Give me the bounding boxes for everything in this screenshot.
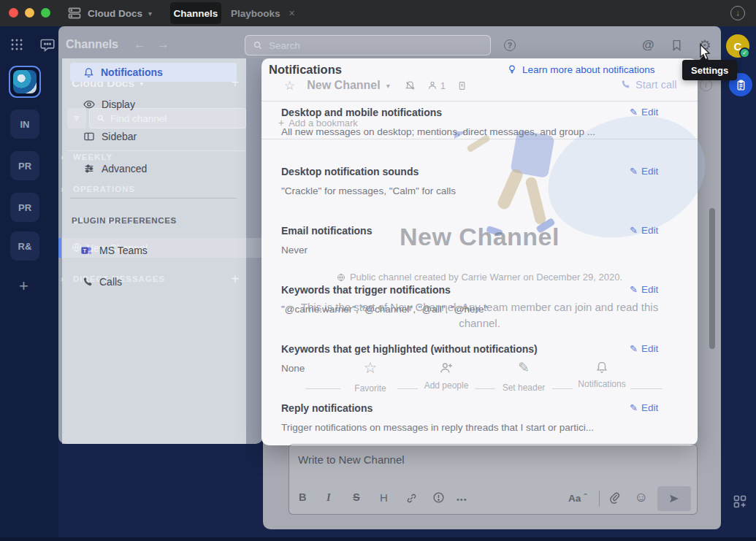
start-call-ghost: Start call [620, 79, 676, 91]
learn-more-link[interactable]: Learn more about notifications [507, 64, 655, 75]
edit-button[interactable]: ✎Edit [630, 107, 658, 118]
team-tile-active[interactable] [9, 66, 41, 98]
page-title: Channels [66, 38, 118, 51]
history-forward-button[interactable]: → [157, 37, 169, 52]
tab-playbooks[interactable]: Playbooks × [231, 2, 295, 24]
saved-posts-button[interactable] [671, 39, 683, 52]
search-box[interactable]: Search [245, 35, 491, 55]
team-initials: IN [20, 119, 30, 130]
pencil-icon: ✎ [630, 107, 638, 118]
settings-nav-item-advanced[interactable]: Advanced [70, 159, 237, 178]
setting-row-value: All new messages on desktop; mentions, d… [281, 126, 595, 137]
edit-label: Edit [641, 107, 658, 118]
sliders-icon [83, 163, 95, 174]
setting-row-value: Trigger notifications on messages in rep… [281, 422, 594, 433]
pencil-icon: ✎ [630, 225, 638, 236]
action-add-people-ghost: Add people [417, 361, 476, 391]
zoom-window-button[interactable] [41, 8, 50, 18]
edit-label: Edit [641, 166, 658, 177]
close-window-button[interactable] [9, 8, 18, 18]
settings-nav-divider [70, 198, 237, 199]
pencil-icon: ✎ [630, 343, 638, 354]
phone-icon [82, 277, 93, 288]
created-line-text: Public channel created by Carrie Warner … [350, 272, 622, 283]
setting-row-value: "@carrie.warner", "@channel", "@all", "@… [281, 304, 487, 315]
setting-row-value: None [281, 363, 305, 374]
tooltip-label: Settings [691, 65, 728, 76]
history-back-button[interactable]: ← [134, 37, 146, 52]
send-button [657, 486, 691, 511]
setting-row-value: Never [281, 245, 308, 256]
sidebar-layout-icon [83, 131, 95, 142]
app-window: Cloud Docs ▾ Channels Playbooks × ↓ Chan… [0, 0, 756, 541]
star-icon: ☆ [341, 359, 400, 377]
messages-icon[interactable] [39, 37, 56, 53]
edit-button[interactable]: ✎Edit [630, 343, 658, 354]
team-initials: PR [18, 161, 31, 172]
team-tile[interactable]: PR [10, 151, 39, 180]
server-icon [67, 6, 82, 20]
favorite-star-icon: ☆ [284, 78, 295, 93]
member-count-ghost: 1 [440, 80, 446, 91]
server-name: Cloud Docs [88, 8, 142, 19]
action-divider [552, 388, 573, 389]
server-selector[interactable]: Cloud Docs ▾ [67, 4, 152, 22]
team-tile[interactable]: IN [10, 110, 39, 139]
edit-button[interactable]: ✎Edit [630, 284, 658, 295]
edit-label: Edit [641, 402, 658, 413]
chevron-down-icon: ▾ [386, 82, 390, 90]
settings-nav-item-ms-teams[interactable]: T MS Teams [70, 241, 237, 260]
window-bottom-edge [0, 537, 756, 541]
edit-button[interactable]: ✎Edit [630, 166, 658, 177]
pencil-icon: ✎ [495, 359, 553, 376]
clipboard-icon [735, 79, 747, 91]
team-initials: PR [18, 202, 31, 213]
priority-button [432, 491, 445, 504]
close-tab-icon[interactable]: × [289, 7, 295, 19]
check-icon: ✓ [742, 50, 747, 56]
composer-placeholder: Write to New Channel [298, 453, 405, 466]
nav-item-label: Calls [99, 276, 122, 288]
setting-row-value: "Crackle" for messages, "Calm" for calls [281, 185, 456, 196]
minimize-window-button[interactable] [25, 8, 34, 18]
mouse-cursor [699, 44, 713, 63]
add-team-button[interactable]: + [19, 277, 28, 296]
lightbulb-icon [507, 64, 517, 75]
at-mentions-button[interactable]: @ [642, 38, 654, 53]
online-status-badge: ✓ [739, 47, 750, 58]
settings-tooltip: Settings [682, 60, 737, 80]
settings-nav-item-calls[interactable]: Calls [70, 272, 237, 291]
files-icon [457, 80, 467, 91]
composer-toolbar-divider [599, 491, 600, 507]
download-update-button[interactable]: ↓ [730, 6, 745, 20]
ms-teams-icon: T [80, 245, 93, 257]
product-grid-icon[interactable] [10, 38, 23, 51]
setting-row-label: Desktop and mobile notifications [281, 107, 442, 118]
action-favorite-ghost: ☆ Favorite [341, 359, 400, 394]
action-divider [305, 388, 340, 389]
app-bar-more-button[interactable] [733, 494, 747, 509]
nav-item-label: MS Teams [99, 245, 148, 256]
edit-button[interactable]: ✎Edit [630, 225, 658, 236]
action-label: Set header [495, 383, 553, 393]
edit-label: Edit [641, 225, 658, 236]
action-divider [475, 388, 495, 389]
bell-icon [83, 67, 94, 78]
help-button[interactable]: ? [504, 39, 516, 51]
italic-button: I [327, 491, 331, 504]
members-icon [427, 80, 438, 91]
edit-button[interactable]: ✎Edit [630, 402, 658, 413]
active-channel-indicator [58, 238, 61, 258]
team-tile[interactable]: R& [10, 231, 39, 261]
team-tile[interactable]: PR [10, 193, 39, 222]
settings-nav-item-sidebar[interactable]: Sidebar [70, 127, 237, 146]
tab-channels[interactable]: Channels [170, 2, 221, 24]
info-icon: i [705, 81, 707, 89]
edit-label: Edit [641, 284, 658, 295]
modal-title: Notifications [269, 63, 342, 77]
pencil-icon: ✎ [630, 166, 638, 177]
settings-nav-item-display[interactable]: Display [70, 95, 237, 114]
scrollbar-thumb[interactable] [709, 208, 715, 349]
attach-file-button [608, 491, 621, 504]
settings-nav-item-notifications[interactable]: Notifications [70, 63, 237, 82]
